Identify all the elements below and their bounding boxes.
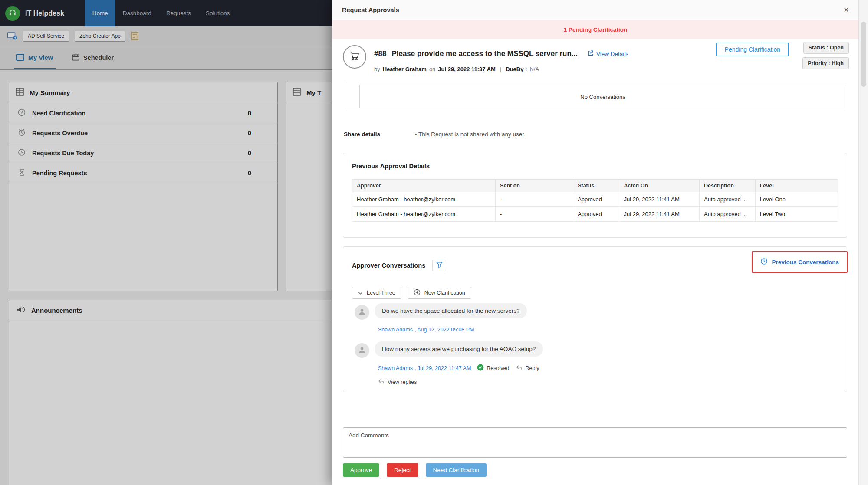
view-replies-link[interactable]: View replies (378, 379, 417, 386)
nav-item-home[interactable]: Home (85, 0, 115, 26)
history-clock-icon (760, 258, 768, 267)
new-clarification-label: New Clarification (424, 290, 465, 296)
page-scrollbar[interactable] (858, 0, 868, 485)
scrolled-content-sliver (344, 82, 359, 108)
top-navbar: IT Helpdesk Home Dashboard Requests Solu… (0, 0, 332, 26)
chevron-down-icon (358, 290, 363, 296)
cell-description: Auto approved ... (700, 192, 756, 207)
message-meta: Shawn Adams , Jul 29, 2022 11:47 AM Reso… (378, 364, 539, 372)
headset-icon (8, 8, 17, 19)
conversation-controls: Level Three New Clarification (352, 287, 471, 299)
quick-toolbar: AD Self Service Zoho Creator App (0, 26, 332, 46)
alarm-icon (18, 128, 26, 138)
cell-status: Approved (573, 207, 619, 222)
ad-self-service-button[interactable]: AD Self Service (23, 31, 69, 42)
column-header-level: Level (755, 180, 838, 192)
dashboard-content: My Summary ? Need Clarification 0 Reques… (0, 70, 332, 485)
app-logo[interactable] (5, 6, 20, 21)
requester-name: Heather Graham (383, 66, 427, 72)
notepad-icon[interactable] (131, 32, 139, 40)
need-clarification-button[interactable]: Need Clarification (426, 463, 487, 477)
conversations-title-row: Approver Conversations (352, 260, 446, 271)
table-grid-icon (16, 88, 24, 97)
summary-count: 0 (248, 169, 251, 177)
zoho-creator-app-button[interactable]: Zoho Creator App (75, 31, 125, 42)
summary-label: Need Clarification (32, 110, 85, 117)
reject-button[interactable]: Reject (387, 463, 418, 477)
request-id: #88 (374, 49, 386, 58)
resolved-label: Resolved (487, 365, 509, 371)
app-title: IT Helpdesk (25, 10, 64, 17)
column-header-description: Description (700, 180, 756, 192)
tab-my-view[interactable]: My View (14, 46, 56, 69)
summary-label: Requests Due Today (32, 150, 94, 157)
summary-count: 0 (248, 129, 251, 137)
cell-acted-on: Jul 29, 2022 11:41 AM (619, 207, 700, 222)
column-header-approver: Approver (352, 180, 496, 192)
external-link-icon (587, 50, 594, 58)
clipboard-icon (293, 88, 301, 97)
summary-row-need-clarification[interactable]: ? Need Clarification 0 (9, 103, 277, 123)
panel-title: Request Approvals (342, 7, 399, 13)
tab-scheduler-label: Scheduler (83, 54, 114, 61)
cell-sent-on: - (496, 192, 573, 207)
nav-item-dashboard[interactable]: Dashboard (115, 0, 159, 26)
reply-arrow-icon (378, 379, 385, 386)
highlight-red-box: Previous Conversations (752, 251, 848, 273)
request-byline: by Heather Graham on Jul 29, 2022 11:37 … (374, 66, 539, 72)
check-circle-icon (477, 364, 484, 372)
my-summary-panel: My Summary ? Need Clarification 0 Reques… (9, 82, 278, 291)
message-bubble: How many servers are we purchasing for t… (375, 341, 543, 357)
previous-approval-details-title: Previous Approval Details (352, 163, 430, 170)
created-time: Jul 29, 2022 11:37 AM (438, 66, 496, 72)
cell-sent-on: - (496, 207, 573, 222)
request-subject: Please provide me access to the MSSQL se… (391, 49, 578, 58)
cart-icon (349, 51, 360, 63)
tab-my-view-label: My View (28, 54, 53, 61)
summary-row-requests-due-today[interactable]: Requests Due Today 0 (9, 143, 277, 163)
share-details-row: Share details - This Request is not shar… (344, 131, 526, 138)
pending-clarification-button[interactable]: Pending Clarification (716, 43, 789, 56)
add-comments-input[interactable] (343, 427, 847, 458)
previous-conversations-link[interactable]: Previous Conversations (772, 259, 839, 265)
share-details-label: Share details (344, 131, 415, 138)
summary-row-requests-overdue[interactable]: Requests Overdue 0 (9, 123, 277, 143)
message-author-link[interactable]: Shawn Adams (378, 327, 413, 333)
tab-scheduler[interactable]: Scheduler (69, 46, 116, 69)
main-nav: Home Dashboard Requests Solutions (85, 0, 237, 26)
column-header-status: Status (573, 180, 619, 192)
close-icon[interactable]: ✕ (843, 6, 849, 14)
request-type-icon (343, 45, 366, 69)
funnel-icon (436, 262, 443, 270)
dueby-value: N/A (529, 66, 539, 72)
nav-item-solutions[interactable]: Solutions (198, 0, 237, 26)
helpdesk-app: IT Helpdesk Home Dashboard Requests Solu… (0, 0, 332, 485)
message-meta: Shawn Adams , Aug 12, 2022 05:08 PM (378, 327, 474, 333)
scrollbar-thumb[interactable] (861, 22, 866, 87)
previous-approval-details-section: Previous Approval Details Approver Sent … (343, 153, 847, 238)
avatar (355, 343, 369, 358)
message-bubble: Do we have the space allocated for the n… (375, 303, 527, 318)
filter-button[interactable] (432, 260, 446, 271)
svg-text:?: ? (20, 110, 23, 115)
view-details-link[interactable]: View Details (587, 50, 628, 58)
announcements-header: Announcements (9, 300, 332, 321)
summary-count: 0 (248, 149, 251, 157)
monitor-add-icon[interactable] (7, 32, 17, 40)
table-row: Heather Graham - heather@zylker.com - Ap… (352, 192, 838, 207)
approver-conversations-section: Approver Conversations Previous Conversa… (343, 246, 847, 392)
approve-button[interactable]: Approve (343, 463, 379, 477)
message-author-link[interactable]: Shawn Adams (378, 365, 413, 371)
new-clarification-button[interactable]: New Clarification (408, 287, 471, 299)
nav-item-requests[interactable]: Requests (159, 0, 198, 26)
cell-approver: Heather Graham - heather@zylker.com (352, 192, 496, 207)
cell-level: Level One (755, 192, 838, 207)
announcements-panel: Announcements (9, 300, 332, 485)
screen: IT Helpdesk Home Dashboard Requests Solu… (0, 0, 868, 485)
approver-conversations-title: Approver Conversations (352, 262, 425, 269)
summary-row-pending-requests[interactable]: Pending Requests 0 (9, 163, 277, 183)
level-dropdown[interactable]: Level Three (352, 287, 401, 299)
cell-status: Approved (573, 192, 619, 207)
reply-link[interactable]: Reply (516, 365, 539, 372)
my-tasks-title: My T (306, 89, 321, 96)
